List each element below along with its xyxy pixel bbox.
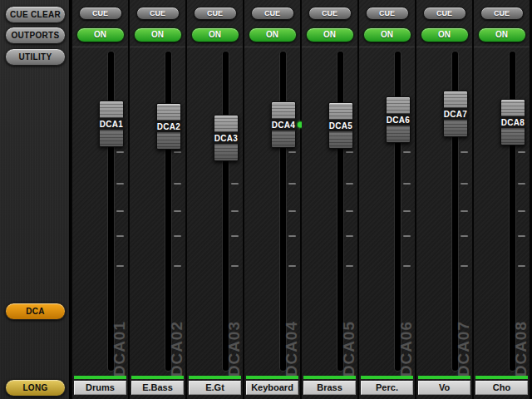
channel-name-label[interactable]: Drums bbox=[74, 381, 126, 395]
dca-bank-button[interactable]: DCA bbox=[5, 303, 66, 320]
fader-scale-tick bbox=[403, 151, 411, 153]
channel-name-label[interactable]: E.Gt bbox=[189, 381, 241, 395]
utility-button[interactable]: UTILITY bbox=[5, 48, 66, 66]
channel-number-watermark: DCA04 bbox=[283, 321, 299, 377]
fader-scale-tick bbox=[116, 183, 124, 185]
cue-button[interactable]: CUE bbox=[136, 7, 180, 20]
channel-number-watermark: DCA06 bbox=[398, 321, 414, 377]
channel-color-bar bbox=[246, 376, 298, 379]
fader-knob-label: DCA3 bbox=[214, 132, 239, 145]
cue-button[interactable]: CUE bbox=[308, 7, 352, 20]
cue-button[interactable]: CUE bbox=[423, 7, 466, 20]
fader-scale-tick bbox=[461, 265, 468, 267]
fader-knob-label: DCA4 bbox=[271, 119, 296, 131]
channel-name-label[interactable]: Cho bbox=[475, 381, 528, 395]
cue-button[interactable]: CUE bbox=[366, 7, 409, 20]
on-button[interactable]: ON bbox=[363, 27, 411, 42]
fader-knob[interactable]: DCA2 bbox=[156, 103, 181, 150]
channel-strip: CUE ON DCA1 DCA01 Drums bbox=[72, 0, 128, 399]
channel-number-watermark: DCA07 bbox=[456, 321, 471, 377]
on-button[interactable]: ON bbox=[306, 27, 354, 42]
channel-name-label[interactable]: Keyboard bbox=[246, 381, 298, 395]
fader-scale-tick bbox=[346, 151, 353, 153]
fader-knob[interactable]: DCA3 bbox=[214, 115, 239, 161]
fader-scale-tick bbox=[346, 265, 353, 267]
strip-divider bbox=[302, 47, 357, 47]
fader-knob[interactable]: DCA4 bbox=[271, 101, 296, 148]
outports-button[interactable]: OUTPORTS bbox=[5, 27, 66, 44]
channel-number-watermark: DCA05 bbox=[341, 321, 357, 377]
fader-scale-tick bbox=[174, 235, 181, 237]
channel-number-watermark: DCA02 bbox=[169, 321, 185, 377]
on-button[interactable]: ON bbox=[191, 27, 239, 42]
fader-scale-tick bbox=[288, 210, 296, 212]
channel-number-watermark: DCA03 bbox=[226, 321, 242, 377]
channel-name-label[interactable]: Perc. bbox=[361, 381, 413, 395]
long-faders-button[interactable]: LONG FADERS bbox=[5, 379, 66, 397]
channel-number-watermark: DCA01 bbox=[111, 321, 127, 377]
on-button[interactable]: ON bbox=[421, 27, 469, 42]
fader-knob[interactable]: DCA7 bbox=[443, 91, 468, 137]
fader-scale-tick bbox=[116, 265, 124, 267]
fader-scale-tick bbox=[461, 210, 468, 212]
on-button[interactable]: ON bbox=[76, 27, 125, 42]
channel-number-watermark: DCA08 bbox=[513, 321, 529, 377]
fader-scale-tick bbox=[518, 210, 525, 212]
strip-divider bbox=[187, 47, 243, 47]
channel-strip: CUE ON DCA7 DCA07 Vo bbox=[416, 0, 472, 399]
fader-scale-tick bbox=[174, 151, 181, 153]
channel-name-label[interactable]: Vo bbox=[418, 381, 470, 395]
channel-strip: CUE ON DCA3 DCA03 E.Gt bbox=[187, 0, 243, 399]
fader-scale-tick bbox=[288, 151, 296, 153]
on-button[interactable]: ON bbox=[249, 27, 297, 42]
on-button[interactable]: ON bbox=[134, 27, 182, 42]
fader-scale-tick bbox=[288, 235, 296, 237]
fader-scale-tick bbox=[231, 183, 239, 185]
fader-scale-tick bbox=[231, 210, 239, 212]
fader-scale-tick bbox=[174, 265, 181, 267]
fader-knob[interactable]: DCA5 bbox=[328, 102, 353, 149]
fader-scale-tick bbox=[461, 183, 468, 185]
channel-color-bar bbox=[131, 376, 184, 379]
fader-scale-tick bbox=[518, 183, 525, 185]
channel-color-bar bbox=[74, 376, 126, 379]
fader-scale-tick bbox=[116, 210, 124, 212]
fader-knob-label: DCA6 bbox=[386, 114, 411, 126]
channel-color-bar bbox=[418, 376, 470, 379]
channel-strip: CUE ON DCA6 DCA06 Perc. bbox=[359, 0, 415, 399]
fader-scale-tick bbox=[461, 235, 468, 237]
channel-strip: CUE ON DCA5 DCA05 Brass bbox=[302, 0, 357, 399]
channel-color-bar bbox=[361, 376, 413, 379]
channel-strips: CUE ON DCA1 DCA01 Drums CUE ON DCA2 DCA0… bbox=[72, 0, 532, 399]
cue-button[interactable]: CUE bbox=[194, 7, 237, 20]
fader-knob-label: DCA1 bbox=[99, 118, 124, 131]
channel-strip: CUE ON DCA2 DCA02 E.Bass bbox=[130, 0, 185, 399]
fader-scale-tick bbox=[403, 210, 411, 212]
cue-button[interactable]: CUE bbox=[480, 7, 524, 20]
fader-scale-tick bbox=[174, 183, 181, 185]
fader-knob[interactable]: DCA1 bbox=[99, 101, 124, 147]
fader-scale-tick bbox=[231, 235, 239, 237]
fader-scale-tick bbox=[116, 151, 124, 153]
strip-divider bbox=[244, 47, 300, 47]
channel-color-bar bbox=[303, 376, 356, 379]
fader-scale-tick bbox=[288, 183, 296, 185]
channel-color-bar bbox=[189, 376, 241, 379]
fader-knob[interactable]: DCA8 bbox=[500, 99, 525, 145]
fader-scale-tick bbox=[288, 265, 296, 267]
cue-clear-button[interactable]: CUE CLEAR bbox=[5, 6, 66, 23]
channel-strip: CUE ON DCA4 DCA04 Keyboard bbox=[244, 0, 300, 399]
fader-scale-tick bbox=[346, 183, 353, 185]
fader-scale-tick bbox=[518, 265, 525, 267]
channel-color-bar bbox=[475, 376, 528, 379]
fader-scale-tick bbox=[346, 210, 353, 212]
channel-name-label[interactable]: E.Bass bbox=[131, 381, 184, 395]
cue-button[interactable]: CUE bbox=[251, 7, 294, 20]
cue-button[interactable]: CUE bbox=[79, 7, 122, 20]
on-button[interactable]: ON bbox=[478, 27, 526, 42]
fader-knob-label: DCA2 bbox=[156, 121, 181, 133]
fader-knob-label: DCA5 bbox=[328, 120, 353, 132]
fader-knob[interactable]: DCA6 bbox=[386, 96, 411, 143]
channel-name-label[interactable]: Brass bbox=[303, 381, 356, 395]
strip-divider bbox=[359, 47, 415, 47]
